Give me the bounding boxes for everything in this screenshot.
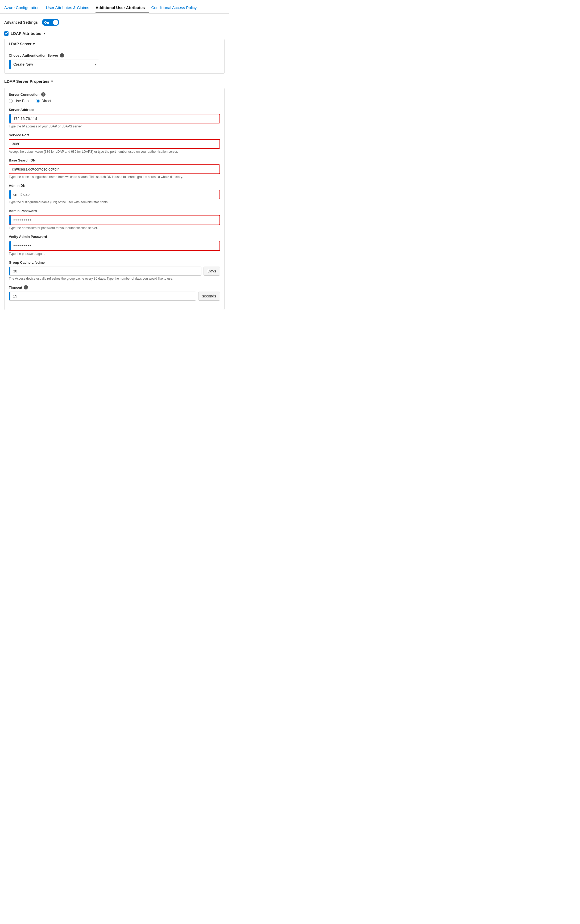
service-port-hint: Accept the default value (389 for LDAP a… bbox=[9, 150, 220, 153]
nav-tabs: Azure Configuration User Attributes & Cl… bbox=[0, 0, 229, 13]
group-cache-lifetime-label: Group Cache Lifetime bbox=[9, 260, 220, 264]
tab-conditional-access-policy[interactable]: Conditional Access Policy bbox=[151, 3, 201, 13]
server-connection-info-icon[interactable]: i bbox=[41, 92, 46, 97]
server-address-input-wrapper bbox=[9, 114, 220, 124]
ldap-server-header-label: LDAP Server bbox=[9, 42, 31, 46]
group-cache-lifetime-input-wrapper bbox=[9, 267, 201, 276]
ldap-attributes-chevron-icon: ▾ bbox=[43, 31, 45, 35]
verify-admin-password-input[interactable] bbox=[11, 241, 219, 250]
admin-password-label: Admin Password bbox=[9, 209, 220, 213]
server-address-label: Server Address bbox=[9, 108, 220, 112]
service-port-group: Service Port Accept the default value (3… bbox=[9, 133, 220, 153]
service-port-label: Service Port bbox=[9, 133, 220, 137]
server-address-hint: Type the IP address of your LDAP or LDAP… bbox=[9, 125, 220, 128]
admin-dn-hint: Type the distinguished name (DN) of the … bbox=[9, 200, 220, 204]
toggle-knob bbox=[53, 20, 58, 25]
radio-use-pool-input[interactable] bbox=[9, 99, 13, 103]
admin-password-input[interactable] bbox=[11, 216, 219, 224]
radio-direct-input[interactable] bbox=[36, 99, 40, 103]
radio-use-pool[interactable]: Use Pool bbox=[9, 99, 30, 103]
group-cache-lifetime-input-row: Days bbox=[9, 267, 220, 276]
advanced-settings-toggle[interactable]: On bbox=[42, 19, 59, 26]
group-cache-hint: The Access device usually refreshes the … bbox=[9, 277, 220, 280]
verify-admin-password-group: Verify Admin Password Type the password … bbox=[9, 235, 220, 256]
admin-password-input-wrapper bbox=[9, 215, 220, 225]
server-address-input[interactable] bbox=[11, 114, 219, 123]
ldap-attributes-section-header: LDAP Attributes ▾ bbox=[4, 31, 224, 36]
verify-admin-password-input-wrapper bbox=[9, 241, 220, 251]
timeout-input[interactable] bbox=[10, 292, 196, 300]
ldap-attributes-title: LDAP Attributes bbox=[11, 31, 41, 36]
ldap-server-properties-section: LDAP Server Properties ▾ Server Connecti… bbox=[4, 79, 224, 310]
tab-azure-config[interactable]: Azure Configuration bbox=[4, 3, 44, 13]
admin-dn-input[interactable] bbox=[11, 190, 219, 199]
timeout-input-wrapper bbox=[9, 292, 196, 301]
choose-auth-server-label: Choose Authentication Server i bbox=[9, 53, 220, 58]
admin-password-hint: Type the administrator password for your… bbox=[9, 226, 220, 230]
verify-admin-password-hint: Type the password again. bbox=[9, 252, 220, 256]
timeout-suffix: seconds bbox=[198, 292, 220, 301]
server-address-group: Server Address Type the IP address of yo… bbox=[9, 108, 220, 128]
service-port-input[interactable] bbox=[9, 140, 219, 148]
group-cache-suffix: Days bbox=[204, 267, 220, 276]
advanced-settings-row: Advanced Settings On bbox=[4, 19, 224, 26]
timeout-label: Timeout i bbox=[9, 285, 220, 290]
group-cache-lifetime-group: Group Cache Lifetime Days The Access dev… bbox=[9, 260, 220, 280]
auth-server-select-wrapper: Create New ▾ bbox=[9, 59, 99, 69]
radio-direct[interactable]: Direct bbox=[36, 99, 51, 103]
server-connection-label: Server Connection i bbox=[9, 92, 220, 97]
server-properties-chevron-icon: ▾ bbox=[51, 79, 53, 83]
timeout-group: Timeout i seconds bbox=[9, 285, 220, 301]
tab-additional-user-attributes[interactable]: Additional User Attributes bbox=[96, 3, 149, 13]
ldap-server-inner: Choose Authentication Server i Create Ne… bbox=[5, 49, 224, 73]
ldap-attributes-checkbox[interactable] bbox=[4, 31, 8, 36]
verify-admin-password-label: Verify Admin Password bbox=[9, 235, 220, 239]
auth-server-select[interactable]: Create New bbox=[11, 62, 95, 66]
base-search-dn-label: Base Search DN bbox=[9, 158, 220, 162]
timeout-info-icon[interactable]: i bbox=[24, 285, 28, 290]
base-search-dn-input-wrapper bbox=[9, 165, 220, 174]
choose-auth-server-info-icon[interactable]: i bbox=[60, 53, 64, 58]
radio-use-pool-label: Use Pool bbox=[14, 99, 30, 103]
group-cache-lifetime-input[interactable] bbox=[10, 267, 201, 275]
select-chevron-icon: ▾ bbox=[95, 63, 99, 66]
main-content: Advanced Settings On LDAP Attributes ▾ L… bbox=[0, 13, 229, 321]
toggle-on-label: On bbox=[42, 20, 49, 25]
base-search-dn-input[interactable] bbox=[9, 165, 219, 173]
service-port-input-wrapper bbox=[9, 139, 220, 149]
timeout-input-row: seconds bbox=[9, 292, 220, 301]
ldap-server-chevron-icon: ▾ bbox=[33, 42, 35, 46]
base-search-dn-group: Base Search DN Type the base distinguish… bbox=[9, 158, 220, 179]
radio-direct-label: Direct bbox=[41, 99, 51, 103]
server-properties-title: LDAP Server Properties bbox=[4, 79, 49, 84]
ldap-server-box: LDAP Server ▾ Choose Authentication Serv… bbox=[4, 39, 224, 74]
server-connection-group: Server Connection i Use Pool Direct bbox=[9, 92, 220, 103]
admin-dn-input-wrapper bbox=[9, 190, 220, 199]
admin-dn-group: Admin DN Type the distinguished name (DN… bbox=[9, 184, 220, 204]
base-search-dn-hint: Type the base distinguished name from wh… bbox=[9, 175, 220, 179]
server-connection-radio-group: Use Pool Direct bbox=[9, 99, 220, 103]
server-properties-header: LDAP Server Properties ▾ bbox=[4, 79, 224, 84]
tab-user-attributes-claims[interactable]: User Attributes & Claims bbox=[46, 3, 94, 13]
admin-password-group: Admin Password Type the administrator pa… bbox=[9, 209, 220, 230]
advanced-settings-label: Advanced Settings bbox=[4, 20, 38, 25]
server-properties-box: Server Connection i Use Pool Direct bbox=[4, 88, 224, 310]
ldap-server-header[interactable]: LDAP Server ▾ bbox=[5, 39, 224, 49]
admin-dn-label: Admin DN bbox=[9, 184, 220, 188]
